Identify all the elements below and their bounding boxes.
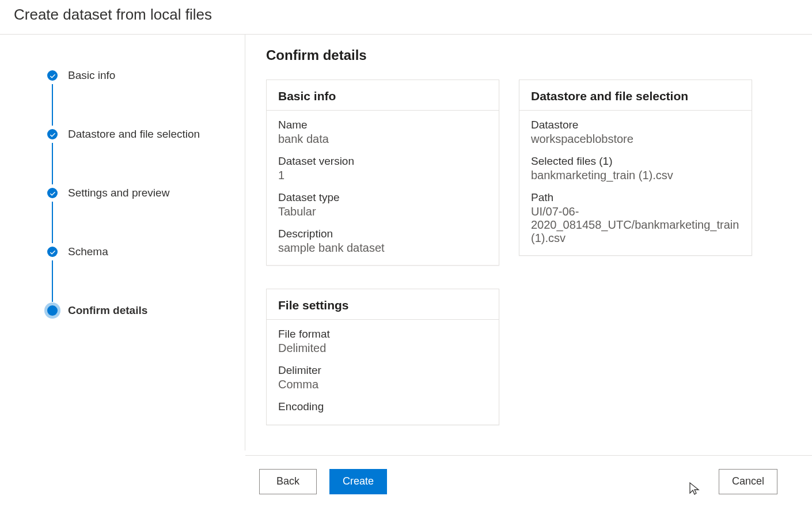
card-datastore: Datastore and file selection Datastore w… [519,80,752,256]
field-value: workspaceblobstore [531,133,740,146]
scroll-area[interactable]: Basic info Name bank data Dataset versio… [266,80,796,451]
step-confirm-details[interactable]: Confirm details [47,304,233,317]
checkmark-icon [47,188,58,198]
checkmark-icon [47,247,58,257]
cursor-icon [689,482,700,497]
card-basic-info: Basic info Name bank data Dataset versio… [266,80,499,266]
field-selected-files: Selected files (1) bankmarketing_train (… [531,155,740,182]
step-label: Basic info [68,69,115,82]
field-datastore: Datastore workspaceblobstore [531,119,740,146]
field-label: Dataset type [278,191,487,204]
footer-bar: Back Create Cancel [245,455,812,507]
step-settings-preview[interactable]: Settings and preview [47,187,233,199]
field-value: bank data [278,133,487,146]
main-content: Confirm details Basic info Name bank dat… [245,35,812,451]
field-value: Comma [278,378,487,391]
card-header: File settings [267,289,499,320]
card-title: Datastore and file selection [531,89,740,103]
page-header: Create dataset from local files [0,0,812,35]
page-title: Create dataset from local files [14,6,798,24]
field-label: Path [531,191,740,204]
card-title: Basic info [278,89,487,103]
cancel-button[interactable]: Cancel [719,469,777,494]
step-connector [52,143,53,184]
card-header: Basic info [267,80,499,111]
field-label: Datastore [531,119,740,131]
field-value: UI/07-06-2020_081458_UTC/bankmarketing_t… [531,205,740,245]
step-label: Datastore and file selection [68,128,200,141]
field-label: File format [278,328,487,340]
main-title: Confirm details [266,47,796,63]
card-header: Datastore and file selection [519,80,752,111]
checkmark-icon [47,70,58,81]
current-step-icon [47,305,58,316]
step-connector [52,84,53,126]
wizard-steps: Basic info Datastore and file selection … [0,35,245,451]
field-value: 1 [278,169,487,182]
field-label: Encoding [278,400,487,413]
create-button[interactable]: Create [329,469,387,494]
card-title: File settings [278,298,487,312]
field-value: Delimited [278,342,487,355]
field-name: Name bank data [278,119,487,146]
step-basic-info[interactable]: Basic info [47,69,233,82]
step-connector [52,202,53,243]
step-label: Schema [68,245,108,258]
field-label: Description [278,228,487,240]
field-value: sample bank dataset [278,241,487,255]
field-label: Selected files (1) [531,155,740,168]
back-button[interactable]: Back [259,469,317,494]
field-value: Tabular [278,205,487,218]
field-encoding: Encoding [278,400,487,413]
step-schema[interactable]: Schema [47,245,233,258]
step-connector [52,260,53,302]
step-label: Confirm details [68,304,147,317]
step-label: Settings and preview [68,187,169,199]
checkmark-icon [47,129,58,139]
field-label: Dataset version [278,155,487,168]
card-file-settings: File settings File format Delimited Deli… [266,289,499,425]
field-label: Delimiter [278,364,487,377]
body: Basic info Datastore and file selection … [0,35,812,451]
field-label: Name [278,119,487,131]
field-delimiter: Delimiter Comma [278,364,487,391]
field-value: bankmarketing_train (1).csv [531,169,740,182]
field-type: Dataset type Tabular [278,191,487,218]
field-version: Dataset version 1 [278,155,487,182]
field-path: Path UI/07-06-2020_081458_UTC/bankmarket… [531,191,740,245]
step-datastore[interactable]: Datastore and file selection [47,128,233,141]
field-file-format: File format Delimited [278,328,487,355]
field-description: Description sample bank dataset [278,228,487,255]
